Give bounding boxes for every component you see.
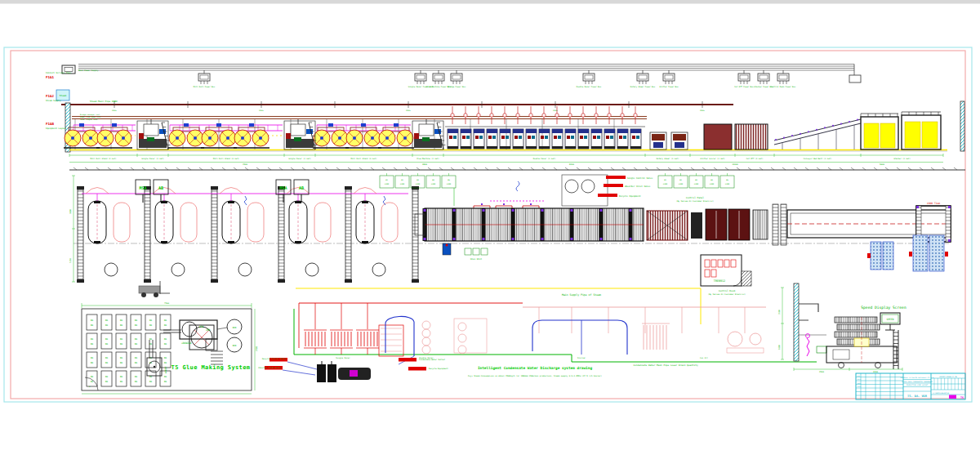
pallet-stack	[929, 235, 944, 271]
machine-label: Slitter Scorer (1 set)	[700, 158, 724, 160]
machine-label: Mill Roll Stand (3 set)	[213, 158, 239, 160]
text: B8	[149, 319, 153, 322]
steam-tag: Steam	[60, 94, 67, 97]
slitter-block	[735, 124, 768, 149]
title-block: REVDATENAMEAPPR SHANGHAI TS CARTON MACHI…	[856, 373, 965, 399]
steam-main-pipe-label: Steam Main Pipe DN80	[90, 100, 118, 103]
elevation-graphics: Mill Roll Power BoxSingle Facer Power Bo…	[56, 65, 964, 166]
text: B8	[164, 357, 167, 359]
condensate-main	[294, 309, 817, 362]
guide-rail	[773, 204, 778, 245]
circle	[808, 131, 809, 132]
rect	[593, 136, 596, 139]
circle	[816, 129, 817, 131]
coil	[422, 346, 430, 354]
rect	[453, 136, 457, 139]
cad-drawing-page: Mill Roll Power BoxSingle Facer Power Bo…	[0, 0, 980, 455]
machine-label: Glue Machine (1 set)	[416, 158, 439, 160]
rect	[630, 209, 632, 212]
speed-display-detail: 3500160025003200 Speed Display Screen SP…	[778, 283, 906, 373]
roll-tag: MSA	[139, 185, 146, 190]
text: B8	[120, 357, 123, 359]
text: B8	[164, 381, 167, 383]
roll-stand-bay	[220, 188, 264, 277]
circle	[840, 123, 842, 124]
roll-stand-bay	[86, 188, 130, 277]
rect	[394, 123, 399, 127]
pallet-stack	[871, 242, 881, 270]
machine-label: Conveyor Bed Belt (1 set)	[804, 158, 832, 160]
shear-unit	[650, 132, 666, 149]
valve-group	[356, 330, 379, 355]
rect	[571, 209, 573, 212]
rail-column	[278, 190, 284, 279]
text: B8	[120, 362, 123, 364]
floor-mark	[238, 263, 252, 276]
text: B8	[105, 376, 109, 378]
rect	[147, 137, 154, 141]
text: B8	[149, 338, 153, 341]
rect	[317, 364, 326, 382]
text: B8	[120, 338, 123, 341]
path	[516, 181, 519, 191]
rect	[597, 136, 600, 139]
logo-mark	[949, 395, 956, 399]
steam-trap	[634, 114, 637, 117]
paper-roll-ghost	[114, 203, 130, 242]
steam-trap	[529, 114, 532, 117]
rect	[295, 241, 301, 243]
guide-rail	[781, 204, 786, 245]
text: 2200	[663, 183, 668, 185]
dimension: 3000	[69, 209, 72, 214]
board-stack	[922, 122, 938, 148]
rect	[474, 146, 484, 149]
pipe-note: DN25	[259, 109, 264, 112]
paper-roll-ghost	[314, 203, 331, 242]
rect	[545, 136, 548, 139]
starch-cell	[131, 371, 141, 386]
rect	[867, 253, 871, 258]
text: B8	[135, 376, 138, 378]
rect	[512, 209, 514, 212]
rect	[541, 209, 544, 212]
rect	[591, 146, 602, 149]
rect	[424, 209, 426, 212]
steam-trap	[568, 114, 572, 117]
line	[283, 370, 315, 375]
roller-stack	[837, 324, 880, 330]
rect	[513, 146, 523, 149]
rect	[916, 206, 919, 208]
text: B4	[432, 179, 434, 181]
board-stack	[864, 123, 879, 148]
steam-tag-left-2: Absorber Inlet Valve	[258, 367, 281, 369]
section-name-1: Connect Service Pipe	[46, 72, 72, 74]
circle	[849, 121, 850, 123]
text: B8	[135, 381, 138, 383]
desk	[731, 260, 736, 267]
steam-trap	[595, 114, 598, 117]
text: 2200	[400, 183, 405, 185]
rect	[211, 279, 218, 283]
board-stack	[880, 123, 895, 148]
coil	[422, 337, 430, 346]
desk	[718, 260, 723, 267]
rect	[948, 239, 951, 242]
coil	[422, 321, 430, 329]
shear-unit	[671, 132, 688, 149]
rect	[610, 136, 613, 139]
text: 2200	[431, 183, 436, 185]
text: B3	[695, 179, 697, 181]
panel-cell	[658, 176, 672, 188]
rect	[345, 186, 352, 190]
glue-tank-label: #7#	[199, 325, 204, 328]
rect	[639, 75, 647, 79]
rect	[487, 129, 497, 133]
control-room-label: TRE0912	[714, 279, 725, 283]
text: B8	[164, 343, 167, 346]
rect	[503, 203, 505, 205]
circle	[371, 136, 374, 140]
text: B2	[679, 179, 682, 181]
tag-label: Single Control Valve	[627, 177, 653, 180]
text: 2200	[725, 183, 730, 185]
rect	[512, 238, 514, 240]
